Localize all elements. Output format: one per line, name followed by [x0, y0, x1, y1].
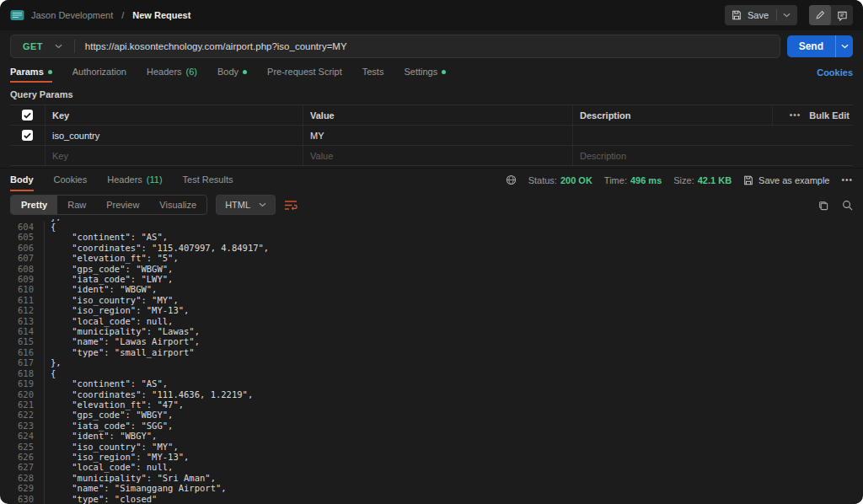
code-line: 609 "iata_code": "LWY",: [0, 274, 863, 284]
query-param-row: iso_country MY: [10, 126, 853, 146]
view-tab-visualize[interactable]: Visualize: [149, 196, 206, 214]
tab-label: Body: [217, 67, 239, 77]
tab-cookies[interactable]: Cookies: [54, 169, 88, 191]
status-badge: Status: 200 OK: [528, 175, 592, 185]
line-number: 612: [0, 305, 45, 315]
cookies-link[interactable]: Cookies: [817, 67, 853, 78]
line-number: 620: [0, 389, 45, 399]
save-split-divider: [776, 9, 777, 21]
placeholder-value-field[interactable]: Value: [303, 146, 573, 165]
save-example-icon: [743, 175, 753, 185]
line-content: "ident": "WBGY",: [45, 431, 157, 441]
tab-headers[interactable]: Headers(6): [147, 62, 197, 83]
save-menu-chevron-icon[interactable]: [783, 13, 791, 18]
edit-button[interactable]: [809, 5, 831, 25]
save-button[interactable]: Save: [725, 5, 797, 25]
line-number: 625: [0, 442, 45, 452]
time-badge: Time: 496 ms: [604, 175, 662, 185]
line-number: 622: [0, 410, 45, 420]
bulk-edit-cell: ••• Bulk Edit: [773, 105, 853, 125]
send-options-chevron-icon[interactable]: [835, 35, 853, 57]
comments-button[interactable]: [831, 5, 853, 25]
param-enabled-checkbox[interactable]: [22, 130, 33, 141]
status-label: Status:: [528, 175, 557, 185]
line-content: "coordinates": "111.4636, 1.2219",: [45, 389, 253, 399]
request-tabs: ParamsAuthorizationHeaders(6)BodyPre-req…: [10, 62, 446, 83]
tab-params[interactable]: Params: [10, 62, 52, 83]
method-selector[interactable]: GET: [11, 41, 74, 51]
code-line: 623 "iata_code": "SGG",: [0, 421, 863, 431]
code-line: 605 "continent": "AS",: [0, 232, 863, 242]
tab-settings[interactable]: Settings: [404, 62, 446, 83]
time-label: Time:: [604, 175, 627, 185]
url-input[interactable]: [75, 41, 780, 51]
tab-pre-request-script[interactable]: Pre-request Script: [267, 62, 342, 83]
line-content: "continent": "AS",: [45, 378, 168, 389]
response-body-viewer[interactable]: }, 604{605 "continent": "AS",606 "coordi…: [0, 218, 863, 504]
code-line: 617},: [0, 357, 863, 367]
send-button-label[interactable]: Send: [787, 35, 835, 57]
line-number: 611: [0, 295, 45, 305]
tab-body[interactable]: Body: [217, 62, 247, 83]
tab-count-badge: (11): [147, 174, 163, 185]
tab-label: Settings: [404, 67, 437, 77]
tab-test-results[interactable]: Test Results: [183, 169, 233, 191]
size-badge: Size: 42.1 KB: [673, 175, 732, 185]
line-content: "type": "closed": [45, 494, 157, 504]
tab-label: Body: [10, 174, 34, 185]
code-line: 614 "municipality": "Lawas",: [0, 326, 863, 336]
tab-label: Tests: [362, 67, 384, 77]
wrap-text-icon[interactable]: [284, 199, 297, 211]
tab-headers[interactable]: Headers(11): [107, 169, 162, 191]
workspace-icon: [10, 9, 24, 21]
line-number: 607: [0, 253, 45, 263]
view-tab-raw[interactable]: Raw: [57, 196, 96, 214]
tab-label: Headers: [147, 67, 182, 77]
line-number: 619: [0, 378, 45, 389]
response-meta: Status: 200 OK Time: 496 ms Size: 42.1 K…: [506, 169, 853, 191]
code-line: 624 "ident": "WBGY",: [0, 431, 863, 441]
param-value-field[interactable]: MY: [303, 126, 573, 145]
select-all-checkbox[interactable]: [22, 110, 33, 121]
tab-authorization[interactable]: Authorization: [72, 62, 126, 83]
tab-body[interactable]: Body: [10, 169, 34, 191]
line-content: "iso_country": "MY",: [45, 295, 179, 305]
format-select-value: HTML: [225, 200, 250, 210]
send-button[interactable]: Send: [787, 35, 853, 57]
breadcrumb-request-title[interactable]: New Request: [132, 10, 190, 20]
line-number: 621: [0, 399, 45, 410]
view-tab-preview[interactable]: Preview: [96, 196, 149, 214]
query-param-placeholder-row: Key Value Description: [10, 146, 853, 165]
code-line: 622 "gps_code": "WBGY",: [0, 410, 863, 420]
tab-tests[interactable]: Tests: [362, 62, 384, 83]
copy-icon[interactable]: [817, 200, 828, 211]
param-key-field[interactable]: iso_country: [46, 126, 303, 145]
param-description-field[interactable]: [573, 126, 853, 145]
param-enabled-cell: [10, 126, 46, 145]
method-label: GET: [23, 41, 43, 51]
placeholder-key-field[interactable]: Key: [46, 146, 303, 165]
code-line: 620 "coordinates": "111.4636, 1.2219",: [0, 389, 863, 399]
line-content: },: [45, 357, 62, 367]
save-as-example-button[interactable]: Save as example: [743, 175, 829, 185]
code-line: 630 "type": "closed": [0, 494, 863, 504]
response-more-icon[interactable]: •••: [841, 175, 853, 185]
view-tab-pretty[interactable]: Pretty: [11, 196, 57, 214]
code-line: 628 "municipality": "Sri Aman",: [0, 473, 863, 483]
url-box: GET: [10, 35, 780, 58]
breadcrumb: Jason Development / New Request: [10, 9, 190, 21]
placeholder-description-field[interactable]: Description: [573, 146, 853, 165]
format-select[interactable]: HTML: [216, 195, 276, 215]
bulk-edit-button[interactable]: Bulk Edit: [809, 110, 850, 121]
code-line: 608 "gps_code": "WBGW",: [0, 264, 863, 274]
line-number: 616: [0, 347, 45, 357]
search-icon[interactable]: [842, 200, 853, 211]
line-number: 608: [0, 264, 45, 274]
params-more-icon[interactable]: •••: [790, 110, 801, 120]
network-globe-icon[interactable]: [506, 174, 517, 185]
code-line: 613 "local_code": null,: [0, 316, 863, 326]
breadcrumb-separator: /: [121, 10, 124, 20]
line-number: 613: [0, 316, 45, 326]
request-url-row: GET Send: [0, 30, 863, 62]
breadcrumb-workspace[interactable]: Jason Development: [31, 10, 113, 20]
